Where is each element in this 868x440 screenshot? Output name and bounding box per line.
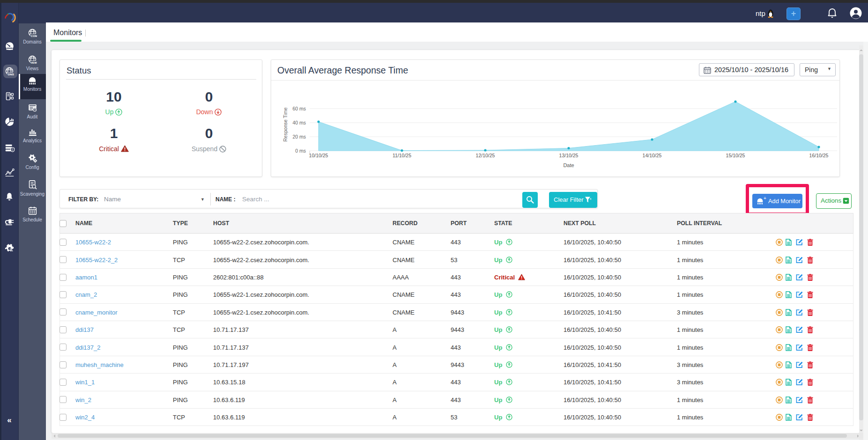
svg-text:Response Time: Response Time bbox=[282, 107, 288, 141]
svg-text:16/10/25: 16/10/25 bbox=[809, 153, 829, 158]
svg-text:15/10/25: 15/10/25 bbox=[726, 153, 745, 158]
svg-text:14/10/25: 14/10/25 bbox=[643, 153, 662, 158]
svg-text:0 ms: 0 ms bbox=[295, 148, 306, 154]
svg-text:x: x bbox=[590, 197, 592, 200]
svg-text:13/10/25: 13/10/25 bbox=[559, 153, 579, 158]
svg-text:60 ms: 60 ms bbox=[292, 106, 306, 111]
svg-text:Date: Date bbox=[563, 162, 574, 168]
svg-text:VIEWS: VIEWS bbox=[30, 61, 37, 64]
svg-text:DNS: DNS bbox=[8, 73, 14, 76]
svg-text:10/10/25: 10/10/25 bbox=[309, 153, 328, 158]
svg-text:12/10/25: 12/10/25 bbox=[476, 153, 495, 158]
svg-text:COM: COM bbox=[31, 34, 37, 37]
svg-text:11/10/25: 11/10/25 bbox=[393, 153, 411, 158]
svg-text:20 ms: 20 ms bbox=[292, 134, 306, 139]
svg-text:40 ms: 40 ms bbox=[292, 120, 306, 125]
